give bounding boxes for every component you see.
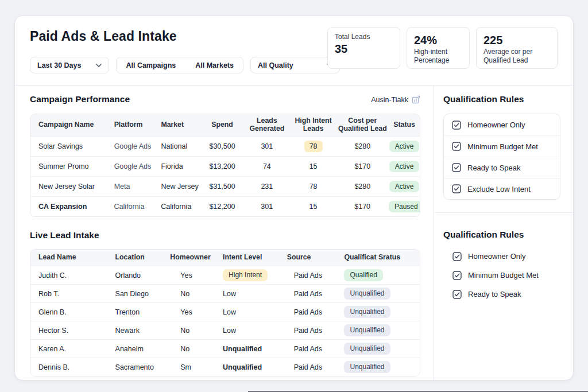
campaign-leads: 301 <box>243 203 291 211</box>
date-range-label: Last 30 Days <box>37 61 81 69</box>
campaign-meta: Ausin-Tiakk <box>371 95 420 104</box>
lead-location: Trenton <box>109 308 164 316</box>
lead-source: Paid Ads <box>280 327 335 335</box>
campaign-leads: 231 <box>243 183 291 191</box>
col-source: Source <box>280 254 335 262</box>
stat-high-intent-pct: 24% High-intent Percentage <box>407 27 470 69</box>
campaign-status: Active <box>389 141 420 152</box>
status-badge: Unqualified <box>344 361 390 372</box>
intent-badge: High Intent <box>223 269 268 281</box>
lead-intent: Low <box>216 327 280 335</box>
lead-intent: Unqualified <box>216 345 280 353</box>
status-badge: Unqualified <box>344 288 390 299</box>
status-badge: Paused <box>389 201 420 212</box>
lead-name: Hector S. <box>30 327 109 335</box>
campaign-cost: $280 <box>336 183 389 191</box>
rule-label: Minimum Budget Met <box>468 271 539 280</box>
campaigns-markets-filter[interactable]: All Campaigns All Markets <box>116 57 243 73</box>
markets-filter-label: All Markets <box>195 61 234 69</box>
status-badge: Unqualified <box>344 324 390 336</box>
stat-value: 225 <box>483 33 550 48</box>
campaign-spend: $13,200 <box>201 162 243 170</box>
qualification-rules-list: Homeowner Only Minimum Budget Met Ready … <box>443 247 560 304</box>
table-row: Solar Savings Google Ads National $30,50… <box>30 136 420 156</box>
checkbox-checked-icon[interactable] <box>452 142 461 151</box>
rule-homeowner-only[interactable]: Homeowner Only <box>443 247 560 266</box>
stat-total-leads: Total Leads 35 <box>327 27 400 69</box>
checkbox-checked-icon[interactable] <box>452 271 462 280</box>
lead-name: Glenn B. <box>30 308 109 316</box>
chart-export-icon[interactable] <box>412 95 420 104</box>
campaigns-filter-label: All Campaigns <box>126 61 176 69</box>
stat-value: 24% <box>414 33 462 48</box>
campaign-market: National <box>155 142 201 150</box>
checkbox-checked-icon[interactable] <box>452 121 461 130</box>
lead-location: Anaheim <box>109 345 164 353</box>
date-range-filter[interactable]: Last 30 Days <box>30 57 109 73</box>
sidebar-divider <box>434 85 434 380</box>
lead-name: Judith C. <box>30 271 109 280</box>
lead-intent: Low <box>216 290 280 298</box>
checkbox-checked-icon[interactable] <box>452 163 461 172</box>
lead-table: Lead Name Location Homeowner Intent Leve… <box>30 249 420 377</box>
col-campaign-name: Campaign Name <box>30 121 109 129</box>
quality-filter[interactable]: All Quality <box>250 57 340 73</box>
table-row: Summer Promo Google Ads Fiorida $13,200 … <box>30 156 420 176</box>
lead-status: Unqualified <box>335 288 420 299</box>
checkbox-checked-icon[interactable] <box>452 290 462 299</box>
filter-bar: Last 30 Days All Campaigns All Markets A… <box>30 57 340 73</box>
rule-exclude-low-intent[interactable]: Exclude Low Intent <box>444 178 560 199</box>
col-leads-generated: Leads Generated <box>243 117 291 133</box>
campaign-market: New Jersey <box>155 183 201 191</box>
campaign-name: Solar Savings <box>30 142 109 150</box>
col-cost-per-qualified-lead: Cost per Qualified Lead <box>336 117 389 133</box>
rule-label: Ready to Speak <box>468 290 521 298</box>
rule-label: Homeowner Only <box>467 121 525 129</box>
campaign-cost: $280 <box>336 142 389 150</box>
table-row: Judith C. Orlando Yes High Intent Paid A… <box>30 266 420 284</box>
lead-location: Newark <box>109 327 164 335</box>
campaign-cost: $170 <box>336 203 389 211</box>
status-badge: Active <box>389 181 420 192</box>
campaign-high-intent: 15 <box>291 203 336 211</box>
rule-label: Exclude Low Intent <box>467 185 531 193</box>
campaign-spend: $30,500 <box>201 142 243 150</box>
lead-source: Paid Ads <box>280 290 335 298</box>
lead-name: Rob T. <box>30 290 109 298</box>
lead-intent: Low <box>216 308 280 316</box>
rule-minimum-budget[interactable]: Minimum Budget Met <box>444 135 560 157</box>
campaign-meta-label: Ausin-Tiakk <box>371 96 408 104</box>
lead-source: Paid Ads <box>280 308 335 316</box>
campaign-status: Paused <box>389 201 420 212</box>
col-status: Status <box>389 121 420 129</box>
rule-homeowner-only[interactable]: Homeowner Only <box>444 114 560 135</box>
rule-ready-to-speak[interactable]: Ready to Speak <box>443 285 560 304</box>
lead-status: Unqualified <box>335 343 420 354</box>
stat-label: Total Leads <box>335 33 393 41</box>
checkbox-checked-icon[interactable] <box>452 252 462 261</box>
lead-intent: Unqualified <box>216 363 280 371</box>
campaign-spend: $12,200 <box>201 203 243 211</box>
campaign-high-intent: 78 <box>291 141 336 152</box>
campaign-leads: 301 <box>243 142 291 150</box>
rule-minimum-budget[interactable]: Minimum Budget Met <box>443 266 560 285</box>
rule-ready-to-speak[interactable]: Ready to Speak <box>444 157 560 178</box>
table-row: Glenn B. Trenton Yes Low Paid Ads Unqual… <box>30 302 420 321</box>
lead-name: Karen A. <box>30 345 109 353</box>
dashboard-card: Paid Ads & Lead Intake Last 30 Days All … <box>15 16 573 380</box>
campaign-table-header: Campaign Name Platform Market Spend Lead… <box>30 114 420 136</box>
status-badge: Active <box>389 141 420 152</box>
stat-label: Average cor per Qualified Lead <box>483 48 550 65</box>
qualification-rules-card: Homeowner Only Minimum Budget Met Ready … <box>443 114 560 200</box>
campaign-high-intent: 15 <box>291 162 336 170</box>
lead-source: Paid Ads <box>280 363 335 371</box>
table-row: Hector S. Newark No Low Paid Ads Unquali… <box>30 321 420 339</box>
lead-homeowner: Yes <box>163 271 216 280</box>
campaign-market: California <box>155 203 201 211</box>
lead-homeowner: No <box>163 290 216 298</box>
checkbox-checked-icon[interactable] <box>452 184 461 193</box>
col-homeowner: Homeowner <box>163 254 216 262</box>
campaign-table: Campaign Name Platform Market Spend Lead… <box>30 114 420 217</box>
col-market: Market <box>155 121 201 129</box>
lead-name: Dennis B. <box>30 363 109 371</box>
